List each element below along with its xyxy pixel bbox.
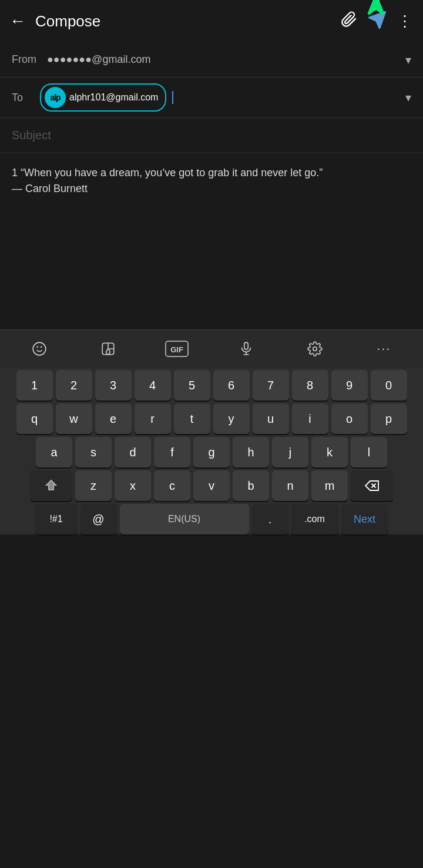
key-f[interactable]: f [154, 437, 190, 467]
svg-rect-9 [244, 342, 248, 349]
key-d[interactable]: d [115, 437, 151, 467]
shift-key[interactable] [30, 470, 72, 501]
space-key[interactable]: EN(US) [120, 504, 249, 534]
key-5[interactable]: 5 [174, 370, 210, 401]
key-m[interactable]: m [311, 470, 348, 501]
key-r[interactable]: r [135, 403, 171, 434]
row-zxcvbnm: z x c v b n m [2, 470, 421, 501]
svg-marker-2 [369, 0, 383, 14]
at-key[interactable]: @ [80, 504, 117, 534]
key-a[interactable]: a [36, 437, 72, 467]
top-actions: ⋮ [341, 11, 414, 32]
key-j[interactable]: j [272, 437, 308, 467]
key-y[interactable]: y [213, 403, 250, 434]
gif-button[interactable]: GIF [162, 336, 192, 362]
key-w[interactable]: w [56, 403, 92, 434]
key-6[interactable]: 6 [213, 370, 250, 401]
emoji-button[interactable] [24, 336, 55, 362]
key-2[interactable]: 2 [56, 370, 92, 401]
key-s[interactable]: s [75, 437, 112, 467]
key-n[interactable]: n [272, 470, 308, 501]
from-value: ●●●●●●●@gmail.com [47, 53, 405, 66]
recipient-chip[interactable]: alp alphr101@gmail.com [40, 83, 166, 112]
key-0[interactable]: 0 [371, 370, 407, 401]
keyboard-more-button[interactable]: ··· [368, 336, 399, 362]
key-9[interactable]: 9 [331, 370, 368, 401]
email-body-text: 1 “When you have a dream, you’ve got to … [12, 167, 323, 194]
settings-button[interactable] [300, 336, 330, 362]
number-row: 1 2 3 4 5 6 7 8 9 0 [2, 370, 421, 401]
to-label: To [12, 92, 35, 104]
key-b[interactable]: b [233, 470, 269, 501]
compose-form: From ●●●●●●●@gmail.com ▾ To alp alphr101… [0, 42, 423, 329]
subject-placeholder: Subject [12, 129, 51, 142]
to-row[interactable]: To alp alphr101@gmail.com ▾ [0, 78, 423, 118]
attach-icon[interactable] [341, 11, 357, 32]
from-dropdown-icon[interactable]: ▾ [405, 53, 411, 67]
back-button[interactable]: ← [9, 13, 26, 29]
key-t[interactable]: t [174, 403, 210, 434]
key-8[interactable]: 8 [292, 370, 328, 401]
key-o[interactable]: o [331, 403, 368, 434]
dotcom-key[interactable]: .com [291, 504, 338, 534]
text-cursor [172, 91, 173, 104]
key-4[interactable]: 4 [135, 370, 171, 401]
next-key[interactable]: Next [341, 504, 388, 534]
key-c[interactable]: c [154, 470, 190, 501]
key-v[interactable]: v [193, 470, 230, 501]
key-u[interactable]: u [253, 403, 289, 434]
subject-row[interactable]: Subject [0, 118, 423, 153]
key-z[interactable]: z [75, 470, 112, 501]
key-e[interactable]: e [95, 403, 132, 434]
top-bar: ← Compose ⋮ [0, 0, 423, 42]
sticker-button[interactable] [93, 336, 123, 362]
svg-point-12 [313, 347, 317, 351]
svg-point-3 [33, 342, 46, 355]
from-row: From ●●●●●●●@gmail.com ▾ [0, 42, 423, 78]
key-g[interactable]: g [193, 437, 230, 467]
key-1[interactable]: 1 [16, 370, 53, 401]
key-l[interactable]: l [351, 437, 387, 467]
recipient-avatar: alp [45, 87, 66, 108]
key-k[interactable]: k [311, 437, 348, 467]
to-dropdown-icon[interactable]: ▾ [405, 90, 411, 105]
mic-button[interactable] [231, 336, 261, 362]
sym-key[interactable]: !#1 [35, 504, 78, 534]
backspace-key[interactable] [351, 470, 393, 501]
bottom-row: !#1 @ EN(US) . .com Next [2, 504, 421, 534]
period-key[interactable]: . [252, 504, 288, 534]
key-7[interactable]: 7 [253, 370, 289, 401]
key-h[interactable]: h [233, 437, 269, 467]
from-label: From [12, 53, 47, 66]
more-options-button[interactable]: ⋮ [397, 12, 414, 31]
recipient-email: alphr101@gmail.com [69, 92, 158, 103]
key-x[interactable]: x [115, 470, 151, 501]
email-body[interactable]: 1 “When you have a dream, you’ve got to … [0, 153, 423, 329]
keyboard-toolbar: GIF ··· [0, 329, 423, 368]
keyboard: 1 2 3 4 5 6 7 8 9 0 q w e r t y u i o p … [0, 368, 423, 534]
key-p[interactable]: p [371, 403, 407, 434]
send-button[interactable] [368, 11, 387, 32]
key-i[interactable]: i [292, 403, 328, 434]
key-3[interactable]: 3 [95, 370, 132, 401]
page-title: Compose [35, 12, 341, 31]
key-q[interactable]: q [16, 403, 53, 434]
row-asdf: a s d f g h j k l [2, 437, 421, 467]
row-qwerty: q w e r t y u i o p [2, 403, 421, 434]
svg-text:GIF: GIF [170, 345, 183, 354]
